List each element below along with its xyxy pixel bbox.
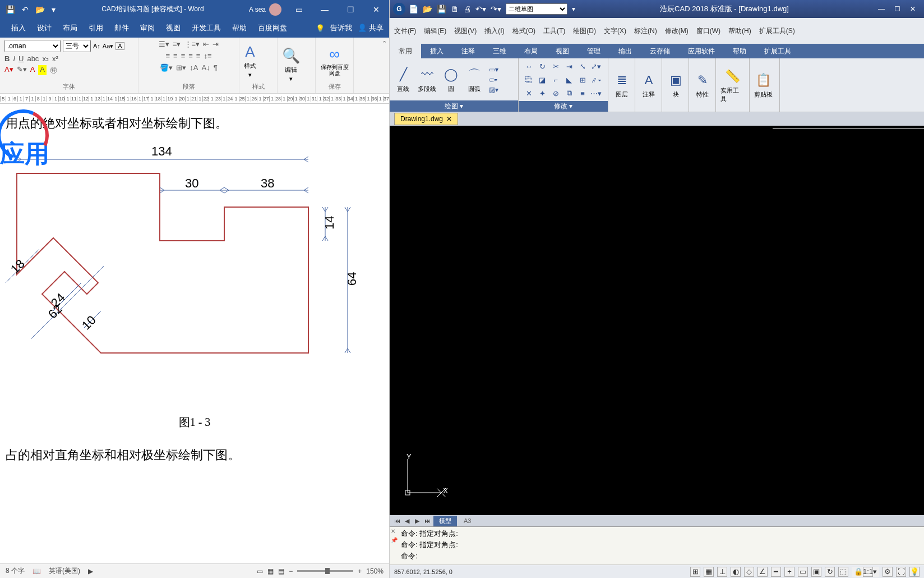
explode-icon[interactable]: ✦ — [537, 88, 548, 99]
word-ruler[interactable]: 5161718191101111121131141151161171181191… — [0, 94, 389, 104]
polar-icon[interactable]: ◐ — [731, 567, 741, 577]
zoom-level[interactable]: 150% — [366, 567, 384, 575]
subscript-icon[interactable]: x₂ — [42, 54, 49, 63]
hatch-icon[interactable]: ▨▾ — [489, 86, 498, 94]
zoom-slider[interactable] — [297, 570, 353, 572]
strike-icon[interactable]: abc — [27, 54, 39, 63]
model-tab[interactable]: 模型 — [433, 516, 457, 526]
block-button[interactable]: ▣块 — [667, 71, 685, 99]
menu-help[interactable]: 帮助(H) — [728, 26, 751, 36]
menu-window[interactable]: 窗口(W) — [696, 26, 720, 36]
word-user[interactable]: A sea — [244, 3, 286, 16]
erase-icon[interactable]: ✕ — [523, 88, 534, 99]
tab-view[interactable]: 视图 — [160, 19, 186, 38]
enclose-icon[interactable]: ㊕ — [50, 65, 57, 75]
menu-view[interactable]: 视图(V) — [454, 26, 477, 36]
rtab-annotate[interactable]: 注释 — [452, 44, 484, 58]
underline-icon[interactable]: U — [19, 54, 24, 63]
lweight-icon[interactable]: ━ — [771, 567, 781, 577]
rtab-3d[interactable]: 三维 — [484, 44, 515, 58]
tab-design[interactable]: 设计 — [31, 19, 57, 38]
indent-left-icon[interactable]: ⇤ — [203, 40, 209, 48]
line-button[interactable]: ╱直线 — [394, 66, 412, 93]
mirror-icon[interactable]: ◪ — [537, 74, 548, 85]
zoom-in-icon[interactable]: + — [358, 567, 362, 575]
menu-file[interactable]: 文件(F) — [394, 26, 416, 36]
cad-command-area[interactable]: ✕ 📌 命令: 指定对角点: 命令: 指定对角点: 命令: — [390, 526, 924, 565]
italic-icon[interactable]: I — [13, 54, 15, 63]
clipboard-button[interactable]: 📋剪贴板 — [754, 71, 773, 99]
undo-icon[interactable]: ↶▾ — [475, 4, 486, 13]
rtab-ext[interactable]: 扩展工具 — [755, 44, 800, 58]
tell-me[interactable]: 告诉我 — [330, 23, 352, 33]
selection-icon[interactable]: ▭ — [798, 567, 808, 577]
share-button[interactable]: 👤 共享 — [358, 23, 384, 33]
cad-canvas[interactable]: Y X — [390, 126, 924, 515]
rtab-cloud[interactable]: 云存储 — [641, 44, 679, 58]
coordinates[interactable]: 857.6012, 21.5256, 0 — [394, 568, 506, 575]
model-icon[interactable]: ▣ — [811, 567, 821, 577]
menu-modify[interactable]: 修改(M) — [665, 26, 689, 36]
cad-logo-icon[interactable]: G — [393, 3, 405, 15]
open-icon[interactable]: 📂 — [35, 5, 45, 14]
pin-cmd-icon[interactable]: 📌 — [391, 537, 398, 543]
rotate-icon[interactable]: ↻ — [537, 61, 548, 72]
collapse-ribbon-icon[interactable]: ⌃ — [380, 38, 389, 93]
macro-icon[interactable]: ▶ — [88, 567, 93, 575]
rect-icon[interactable]: ▭▾ — [489, 66, 498, 74]
print-icon[interactable]: 🖨 — [463, 4, 471, 13]
chamfer-icon[interactable]: ◣ — [563, 74, 575, 85]
print-layout-icon[interactable]: ▦ — [267, 567, 274, 575]
redo-icon[interactable]: ↷▾ — [491, 4, 501, 13]
language[interactable]: 英语(美国) — [49, 566, 80, 576]
font-name-select[interactable]: .oman — [4, 40, 61, 52]
otrack-icon[interactable]: ∠ — [757, 567, 768, 577]
menu-draw[interactable]: 绘图(D) — [573, 26, 596, 36]
menu-format[interactable]: 格式(O) — [512, 26, 535, 36]
word-count[interactable]: 8 个字 — [6, 566, 25, 576]
menu-edit[interactable]: 编辑(E) — [424, 26, 446, 36]
anno-scale[interactable]: 🔒 1:1 ▾ — [852, 567, 879, 577]
read-mode-icon[interactable]: ▭ — [257, 567, 263, 575]
scale-display[interactable]: ⬚ — [838, 567, 848, 577]
tab-help[interactable]: 帮助 — [227, 19, 252, 38]
sort-icon[interactable]: A↓ — [202, 63, 210, 72]
char-shading-icon[interactable]: A — [38, 65, 47, 75]
offset-icon[interactable]: ⫽▾ — [590, 74, 602, 85]
join-icon[interactable]: ⧉ — [563, 88, 575, 99]
break-icon[interactable]: ⊘ — [550, 88, 561, 99]
tab-next-icon[interactable]: ▶ — [413, 517, 421, 525]
numbering-icon[interactable]: ≡▾ — [173, 40, 181, 48]
cycle-icon[interactable]: ↻ — [825, 567, 835, 577]
align-center-icon[interactable]: ≡ — [173, 52, 178, 60]
tab-layout[interactable]: 布局 — [57, 19, 83, 38]
avatar[interactable] — [269, 3, 281, 16]
copy-icon[interactable]: ⿻ — [523, 74, 534, 85]
annotate-button[interactable]: A注释 — [640, 71, 658, 99]
rtab-apps[interactable]: 应用软件 — [679, 44, 724, 58]
ribbon-options-icon[interactable]: ▭ — [286, 0, 312, 19]
extend-icon[interactable]: ⇥ — [563, 61, 575, 72]
edit-button[interactable]: 🔍编辑▾ — [282, 47, 300, 82]
align-distrib-icon[interactable]: ≡ — [196, 52, 201, 60]
font-color-icon[interactable]: A▾ — [4, 65, 13, 75]
rtab-view[interactable]: 视图 — [547, 44, 578, 58]
grid-icon[interactable]: ⊞ — [690, 567, 700, 577]
tab-last-icon[interactable]: ⏭ — [423, 517, 431, 524]
utils-button[interactable]: 📏实用工具 — [720, 67, 745, 103]
tab-first-icon[interactable]: ⏮ — [393, 517, 401, 524]
ortho-icon[interactable]: ⊥ — [717, 567, 727, 577]
fillet-icon[interactable]: ⌐ — [550, 74, 561, 85]
array-icon[interactable]: ⊞ — [577, 74, 588, 85]
close-cmd-icon[interactable]: ✕ — [391, 528, 395, 534]
polyline-button[interactable]: 〰多段线 — [418, 66, 436, 93]
web-layout-icon[interactable]: ▤ — [278, 567, 284, 575]
props-button[interactable]: ✎特性 — [694, 71, 712, 99]
menu-ext[interactable]: 扩展工具(S) — [759, 26, 795, 36]
multilevel-icon[interactable]: ⋮≡▾ — [184, 40, 200, 48]
align-right-icon[interactable]: ≡ — [181, 52, 186, 60]
cmd-input[interactable]: 命令: — [393, 551, 921, 562]
tab-developer[interactable]: 开发工具 — [186, 19, 227, 38]
highlight-icon[interactable]: ✎▾ — [17, 65, 27, 75]
move-icon[interactable]: ↔ — [523, 61, 534, 72]
